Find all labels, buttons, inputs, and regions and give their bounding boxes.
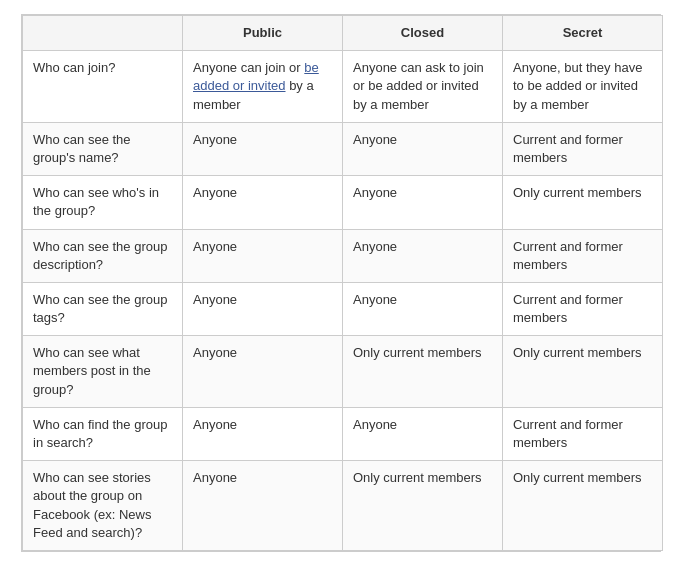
table-row: Who can see what members post in the gro… — [23, 336, 663, 408]
cell-secret: Only current members — [503, 336, 663, 408]
header-secret: Secret — [503, 16, 663, 51]
header-closed: Closed — [343, 16, 503, 51]
cell-public: Anyone — [183, 122, 343, 175]
table-row: Who can find the group in search?AnyoneA… — [23, 407, 663, 460]
cell-secret: Current and former members — [503, 282, 663, 335]
cell-closed: Anyone — [343, 229, 503, 282]
cell-question: Who can see the group's name? — [23, 122, 183, 175]
cell-closed: Anyone — [343, 122, 503, 175]
cell-closed: Only current members — [343, 336, 503, 408]
table-row: Who can see stories about the group on F… — [23, 461, 663, 551]
cell-public: Anyone — [183, 282, 343, 335]
cell-secret: Current and former members — [503, 122, 663, 175]
cell-public: Anyone — [183, 407, 343, 460]
table-row: Who can join?Anyone can join or be added… — [23, 51, 663, 123]
cell-closed: Anyone can ask to join or be added or in… — [343, 51, 503, 123]
table-row: Who can see the group tags?AnyoneAnyoneC… — [23, 282, 663, 335]
cell-public: Anyone — [183, 176, 343, 229]
table-row: Who can see who's in the group?AnyoneAny… — [23, 176, 663, 229]
cell-secret: Anyone, but they have to be added or inv… — [503, 51, 663, 123]
cell-secret: Current and former members — [503, 229, 663, 282]
cell-closed: Anyone — [343, 407, 503, 460]
cell-question: Who can see what members post in the gro… — [23, 336, 183, 408]
cell-question: Who can see who's in the group? — [23, 176, 183, 229]
cell-secret: Only current members — [503, 176, 663, 229]
cell-closed: Anyone — [343, 176, 503, 229]
cell-question: Who can see stories about the group on F… — [23, 461, 183, 551]
cell-public: Anyone — [183, 336, 343, 408]
cell-public: Anyone — [183, 461, 343, 551]
cell-closed: Anyone — [343, 282, 503, 335]
table-header-row: Public Closed Secret — [23, 16, 663, 51]
comparison-table: Public Closed Secret Who can join?Anyone… — [21, 14, 661, 552]
cell-question: Who can join? — [23, 51, 183, 123]
table-row: Who can see the group description?Anyone… — [23, 229, 663, 282]
table-row: Who can see the group's name?AnyoneAnyon… — [23, 122, 663, 175]
cell-public: Anyone can join or be added or invited b… — [183, 51, 343, 123]
cell-secret: Only current members — [503, 461, 663, 551]
cell-closed: Only current members — [343, 461, 503, 551]
header-public: Public — [183, 16, 343, 51]
cell-public: Anyone — [183, 229, 343, 282]
cell-question: Who can see the group description? — [23, 229, 183, 282]
cell-question: Who can find the group in search? — [23, 407, 183, 460]
cell-secret: Current and former members — [503, 407, 663, 460]
header-question — [23, 16, 183, 51]
join-link[interactable]: be added or invited — [193, 60, 319, 93]
cell-question: Who can see the group tags? — [23, 282, 183, 335]
